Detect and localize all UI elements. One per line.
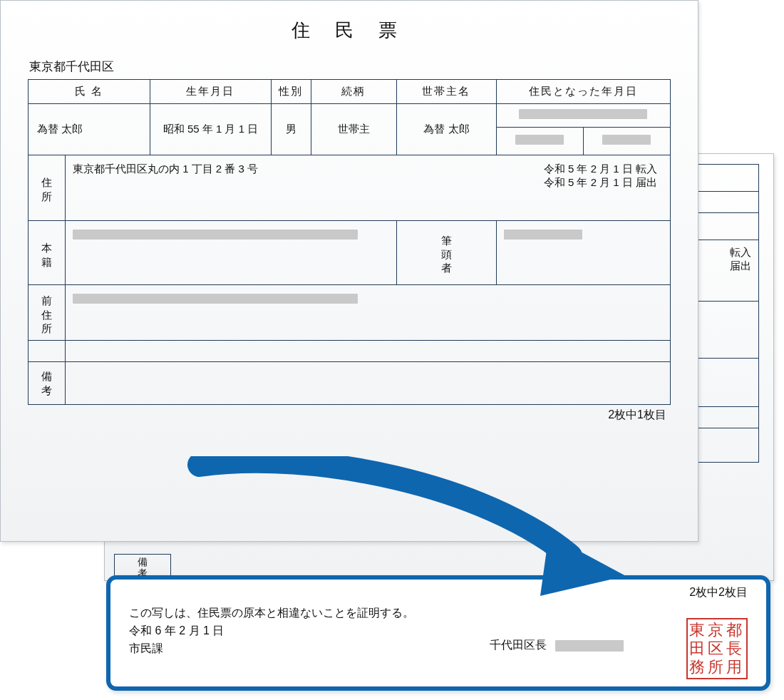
col-became: 住民となった年月日 <box>496 80 670 104</box>
document-stage: 年月日 転入 届出 備考 住 民 票 東京都千代田区 氏 名 <box>0 0 784 700</box>
label-biko: 備考 <box>29 362 66 405</box>
redacted-prev-address <box>73 294 358 304</box>
redacted-hittousha <box>504 230 582 240</box>
cell-sex: 男 <box>271 104 311 155</box>
back-notice: 届出 <box>730 259 751 272</box>
cell-hittousha <box>496 221 670 285</box>
cell-address: 東京都千代田区丸の内 1 丁目 2 番 3 号 令和 5 年 2 月 1 日 転… <box>66 155 671 221</box>
address-movein: 令和 5 年 2 月 1 日 転入 <box>544 163 657 175</box>
issuing-ward: 東京都千代田区 <box>29 58 671 75</box>
label-prev-address: 前住所 <box>29 285 66 341</box>
col-relation: 続柄 <box>311 80 396 104</box>
issuer-title: 千代田区長 <box>490 639 547 651</box>
back-movein: 転入 <box>730 246 751 258</box>
cell-head: 為替 太郎 <box>396 104 496 155</box>
cert-date: 令和 6 年 2 月 1 日 <box>129 624 751 639</box>
page-2-counter: 2枚中2枚目 <box>129 585 748 600</box>
page-1-counter: 2枚中1枚目 <box>28 405 671 423</box>
page-1-sheet: 住 民 票 東京都千代田区 氏 名 生年月日 性別 続柄 世帯主名 住民となった… <box>0 0 698 542</box>
cell-biko <box>66 362 671 405</box>
col-head: 世帯主名 <box>396 80 496 104</box>
redacted-became-date <box>519 109 647 119</box>
cert-dept: 市民課 <box>129 642 751 657</box>
redacted-issuer-name <box>555 640 624 652</box>
redacted-honseki <box>73 230 358 240</box>
cert-statement: この写しは、住民票の原本と相違ないことを証明する。 <box>129 606 751 621</box>
page2-biko-sliver: 備考 <box>114 554 171 577</box>
address-value: 東京都千代田区丸の内 1 丁目 2 番 3 号 <box>73 163 258 190</box>
cert-issuer: 千代田区長 <box>490 638 624 653</box>
label-hittousha: 筆頭者 <box>396 221 496 285</box>
cell-name: 為替 太郎 <box>29 104 150 155</box>
col-name: 氏 名 <box>29 80 150 104</box>
cell-relation: 世帯主 <box>311 104 396 155</box>
redacted-from <box>515 135 564 145</box>
label-address: 住所 <box>29 155 66 221</box>
label-honseki: 本籍 <box>29 221 66 285</box>
cell-honseki <box>66 221 397 285</box>
cell-prev-address <box>66 285 671 341</box>
redacted-to <box>602 135 651 145</box>
col-dob: 生年月日 <box>150 80 271 104</box>
document-title: 住 民 票 <box>28 18 671 43</box>
address-notified: 令和 5 年 2 月 1 日 届出 <box>544 176 657 188</box>
official-seal-icon: 都 京 東 長 区 田 用 所 務 <box>686 618 748 679</box>
juminhyo-table: 氏 名 生年月日 性別 続柄 世帯主名 住民となった年月日 為替 太郎 昭和 5… <box>28 79 671 405</box>
col-sex: 性別 <box>271 80 311 104</box>
certification-callout: 2枚中2枚目 この写しは、住民票の原本と相違ないことを証明する。 令和 6 年 … <box>106 575 770 691</box>
cell-dob: 昭和 55 年 1 月 1 日 <box>150 104 271 155</box>
